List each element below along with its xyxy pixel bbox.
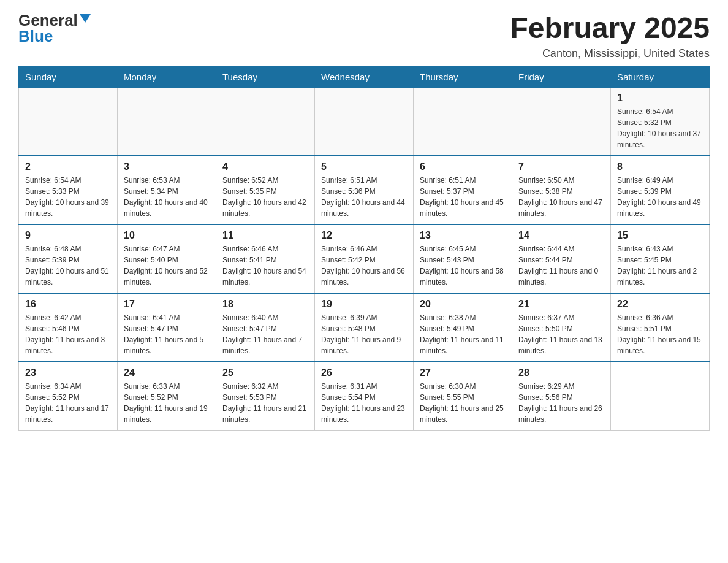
day-info: Sunrise: 6:41 AMSunset: 5:47 PMDaylight:… [124,312,210,356]
day-info: Sunrise: 6:33 AMSunset: 5:52 PMDaylight:… [124,381,210,425]
table-row: 11Sunrise: 6:46 AMSunset: 5:41 PMDayligh… [216,224,315,293]
daylight-text: Daylight: 10 hours and 58 minutes. [420,266,506,288]
day-number: 4 [222,161,308,172]
day-info: Sunrise: 6:50 AMSunset: 5:38 PMDaylight:… [518,175,604,219]
day-number: 24 [124,367,210,378]
daylight-text: Daylight: 11 hours and 21 minutes. [222,403,308,425]
table-row: 8Sunrise: 6:49 AMSunset: 5:39 PMDaylight… [611,156,710,224]
table-row: 28Sunrise: 6:29 AMSunset: 5:56 PMDayligh… [512,362,611,431]
day-number: 1 [617,93,703,104]
sunrise-text: Sunrise: 6:47 AM [124,243,210,255]
calendar-header-row: Sunday Monday Tuesday Wednesday Thursday… [19,66,710,87]
day-number: 17 [124,299,210,310]
daylight-text: Daylight: 11 hours and 9 minutes. [321,334,407,356]
sunset-text: Sunset: 5:35 PM [222,186,308,197]
daylight-text: Daylight: 10 hours and 54 minutes. [222,266,308,288]
sunrise-text: Sunrise: 6:36 AM [617,312,703,323]
daylight-text: Daylight: 11 hours and 17 minutes. [25,403,111,425]
daylight-text: Daylight: 10 hours and 37 minutes. [617,128,703,150]
sunset-text: Sunset: 5:56 PM [518,392,604,403]
table-row: 25Sunrise: 6:32 AMSunset: 5:53 PMDayligh… [216,362,315,431]
day-number: 13 [420,230,506,241]
sunset-text: Sunset: 5:42 PM [321,255,407,266]
sunrise-text: Sunrise: 6:44 AM [518,243,604,255]
day-info: Sunrise: 6:51 AMSunset: 5:36 PMDaylight:… [321,175,407,219]
table-row [118,87,216,156]
day-number: 6 [420,161,506,172]
day-number: 25 [222,367,308,378]
day-number: 26 [321,367,407,378]
daylight-text: Daylight: 11 hours and 26 minutes. [518,403,604,425]
table-row: 14Sunrise: 6:44 AMSunset: 5:44 PMDayligh… [512,224,611,293]
sunrise-text: Sunrise: 6:48 AM [25,243,111,255]
calendar-week-row: 2Sunrise: 6:54 AMSunset: 5:33 PMDaylight… [19,156,710,224]
table-row: 2Sunrise: 6:54 AMSunset: 5:33 PMDaylight… [19,156,118,224]
sunset-text: Sunset: 5:38 PM [518,186,604,197]
sunrise-text: Sunrise: 6:46 AM [222,243,308,255]
table-row [414,87,512,156]
day-number: 18 [222,299,308,310]
sunset-text: Sunset: 5:51 PM [617,323,703,334]
table-row [611,362,710,431]
day-number: 19 [321,299,407,310]
day-info: Sunrise: 6:46 AMSunset: 5:41 PMDaylight:… [222,243,308,288]
header-sunday: Sunday [19,66,118,87]
day-info: Sunrise: 6:29 AMSunset: 5:56 PMDaylight:… [518,381,604,425]
daylight-text: Daylight: 10 hours and 45 minutes. [420,197,506,219]
header-monday: Monday [118,66,216,87]
day-number: 14 [518,230,604,241]
sunrise-text: Sunrise: 6:41 AM [124,312,210,323]
day-number: 12 [321,230,407,241]
daylight-text: Daylight: 10 hours and 49 minutes. [617,197,703,219]
table-row: 4Sunrise: 6:52 AMSunset: 5:35 PMDaylight… [216,156,315,224]
sunrise-text: Sunrise: 6:51 AM [321,175,407,186]
day-info: Sunrise: 6:32 AMSunset: 5:53 PMDaylight:… [222,381,308,425]
sunset-text: Sunset: 5:50 PM [518,323,604,334]
daylight-text: Daylight: 11 hours and 19 minutes. [124,403,210,425]
calendar-title: February 2025 [510,12,710,45]
daylight-text: Daylight: 11 hours and 0 minutes. [518,266,604,288]
sunset-text: Sunset: 5:43 PM [420,255,506,266]
day-info: Sunrise: 6:36 AMSunset: 5:51 PMDaylight:… [617,312,703,356]
day-info: Sunrise: 6:48 AMSunset: 5:39 PMDaylight:… [25,243,111,288]
daylight-text: Daylight: 11 hours and 2 minutes. [617,266,703,288]
day-number: 11 [222,230,308,241]
day-number: 9 [25,230,111,241]
day-number: 23 [25,367,111,378]
table-row: 18Sunrise: 6:40 AMSunset: 5:47 PMDayligh… [216,293,315,362]
day-info: Sunrise: 6:37 AMSunset: 5:50 PMDaylight:… [518,312,604,356]
table-row [512,87,611,156]
day-info: Sunrise: 6:31 AMSunset: 5:54 PMDaylight:… [321,381,407,425]
day-number: 16 [25,299,111,310]
sunrise-text: Sunrise: 6:50 AM [518,175,604,186]
sunrise-text: Sunrise: 6:37 AM [518,312,604,323]
sunset-text: Sunset: 5:36 PM [321,186,407,197]
logo-general: General [18,12,78,28]
logo-triangle-icon [80,14,91,23]
sunrise-text: Sunrise: 6:54 AM [25,175,111,186]
calendar-table: Sunday Monday Tuesday Wednesday Thursday… [18,66,710,431]
title-section: February 2025 Canton, Mississippi, Unite… [510,12,710,60]
sunrise-text: Sunrise: 6:51 AM [420,175,506,186]
day-number: 15 [617,230,703,241]
daylight-text: Daylight: 11 hours and 5 minutes. [124,334,210,356]
day-info: Sunrise: 6:54 AMSunset: 5:32 PMDaylight:… [617,106,703,150]
daylight-text: Daylight: 11 hours and 15 minutes. [617,334,703,356]
daylight-text: Daylight: 10 hours and 52 minutes. [124,266,210,288]
sunrise-text: Sunrise: 6:33 AM [124,381,210,392]
header-wednesday: Wednesday [315,66,414,87]
day-info: Sunrise: 6:49 AMSunset: 5:39 PMDaylight:… [617,175,703,219]
daylight-text: Daylight: 10 hours and 39 minutes. [25,197,111,219]
table-row: 27Sunrise: 6:30 AMSunset: 5:55 PMDayligh… [414,362,512,431]
day-number: 5 [321,161,407,172]
sunset-text: Sunset: 5:44 PM [518,255,604,266]
calendar-week-row: 16Sunrise: 6:42 AMSunset: 5:46 PMDayligh… [19,293,710,362]
day-info: Sunrise: 6:43 AMSunset: 5:45 PMDaylight:… [617,243,703,288]
table-row [315,87,414,156]
sunset-text: Sunset: 5:39 PM [617,186,703,197]
table-row: 17Sunrise: 6:41 AMSunset: 5:47 PMDayligh… [118,293,216,362]
sunrise-text: Sunrise: 6:38 AM [420,312,506,323]
table-row [19,87,118,156]
table-row: 13Sunrise: 6:45 AMSunset: 5:43 PMDayligh… [414,224,512,293]
day-info: Sunrise: 6:34 AMSunset: 5:52 PMDaylight:… [25,381,111,425]
